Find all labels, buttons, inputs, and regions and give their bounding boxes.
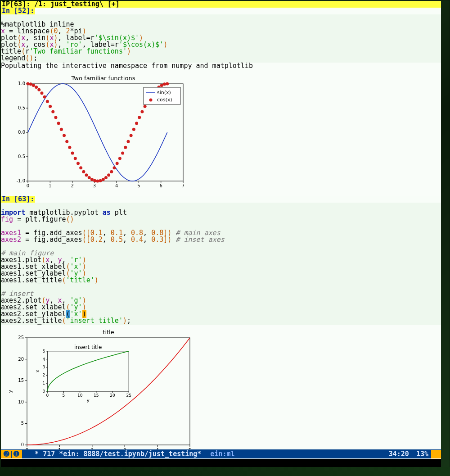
code-token[interactable]: 'Two familiar functions' (29, 47, 127, 55)
svg-text:10: 10 (77, 393, 83, 398)
svg-text:5: 5 (137, 183, 140, 188)
code-token[interactable]: 0.2 (90, 236, 103, 244)
svg-point-37 (49, 105, 52, 108)
svg-text:25: 25 (126, 393, 131, 398)
code-token[interactable]: ) (94, 276, 99, 284)
svg-point-47 (76, 162, 80, 165)
svg-point-56 (102, 178, 105, 181)
svg-text:3: 3 (43, 365, 45, 369)
code-token[interactable]: ) (123, 317, 127, 325)
svg-point-29 (27, 82, 30, 86)
code-token[interactable]: axes1.set_title (1, 276, 62, 284)
cell-prompt-63: In [63]: (1, 196, 35, 203)
notebook-buffer[interactable]: In [52]: %matplotlib inline x = linspace… (1, 8, 441, 464)
svg-text:25: 25 (18, 335, 24, 340)
svg-point-64 (124, 146, 127, 149)
code-token[interactable]: ] (163, 236, 167, 244)
code-token[interactable]: = (17, 215, 21, 223)
svg-text:Two familiar functions: Two familiar functions (71, 75, 135, 82)
status-end-block (431, 450, 441, 458)
code-token[interactable]: = (25, 236, 29, 244)
svg-text:10: 10 (18, 399, 24, 404)
svg-text:1: 1 (43, 381, 45, 385)
code-token[interactable]: , (103, 236, 111, 244)
svg-point-42 (63, 134, 66, 137)
code-token[interactable]: ) (163, 41, 167, 49)
code-token[interactable]: plt (111, 209, 127, 217)
code-token[interactable]: , (143, 236, 151, 244)
code-token[interactable]: , (123, 236, 131, 244)
svg-text:7: 7 (182, 183, 184, 188)
svg-point-79 (166, 82, 169, 86)
svg-point-34 (40, 91, 43, 95)
chart-title-inset: title0123450510152025xyinsert title05101… (5, 329, 194, 459)
code-token[interactable]: ( (62, 276, 66, 284)
svg-point-77 (160, 84, 163, 87)
code-token[interactable]: ( (82, 236, 86, 244)
svg-text:y: y (87, 398, 90, 403)
cell-input-63[interactable]: import matplotlib.pyplot as plt fig = pl… (1, 203, 441, 325)
svg-text:5: 5 (43, 349, 45, 354)
svg-text:y: y (7, 390, 13, 393)
svg-point-53 (93, 179, 96, 182)
svg-point-70 (140, 110, 144, 113)
code-token[interactable]: ; (127, 317, 131, 325)
svg-point-69 (138, 116, 141, 119)
svg-point-36 (46, 100, 49, 103)
cell-input-52[interactable]: %matplotlib inline x = linspace(0, 2*pi)… (1, 14, 441, 63)
svg-point-65 (126, 140, 130, 143)
code-token[interactable]: plt.figure (21, 215, 66, 223)
workspace-indicator[interactable]: ➋|➊ (1, 450, 22, 458)
svg-point-78 (163, 82, 166, 86)
code-token[interactable]: ) (127, 47, 131, 55)
svg-point-60 (112, 166, 116, 169)
code-token[interactable]: [ (86, 236, 90, 244)
code-token[interactable]: as (103, 209, 111, 217)
code-token[interactable]: 'title' (66, 276, 94, 284)
svg-point-66 (130, 134, 133, 137)
minibuffer[interactable] (1, 459, 441, 467)
code-token[interactable]: () (66, 215, 74, 223)
svg-point-44 (68, 146, 71, 149)
status-position: 34:20 (384, 450, 414, 458)
plot-2: title0123450510152025xyinsert title05101… (1, 325, 441, 464)
tab-bar[interactable]: IP[63]: /1: just_testing\ [+] (1, 1, 441, 8)
svg-rect-114 (47, 351, 129, 391)
svg-text:1: 1 (49, 183, 51, 188)
svg-point-46 (74, 157, 77, 160)
svg-text:3: 3 (93, 183, 96, 188)
svg-point-59 (110, 170, 113, 173)
svg-point-71 (144, 105, 147, 108)
svg-point-50 (85, 173, 88, 177)
svg-text:5: 5 (21, 421, 24, 426)
svg-text:insert title: insert title (74, 344, 102, 350)
code-token[interactable]: ; (33, 54, 37, 62)
svg-text:4: 4 (115, 183, 118, 188)
svg-point-61 (116, 162, 119, 165)
svg-text:0: 0 (21, 442, 24, 447)
svg-point-48 (79, 166, 82, 169)
code-token[interactable]: () (25, 54, 33, 62)
code-token[interactable]: # inset axes (171, 236, 224, 244)
code-token[interactable]: ( (62, 317, 66, 325)
code-token[interactable]: 'insert title' (66, 317, 123, 325)
mode-line[interactable]: ➋|➊ * 717 *ein: 8888/test.ipynb/just_tes… (1, 449, 441, 458)
svg-point-30 (29, 82, 32, 86)
code-token[interactable]: axes2.set_title (1, 317, 62, 325)
svg-point-57 (104, 176, 108, 179)
code-token[interactable]: legend (1, 54, 25, 62)
svg-text:15: 15 (94, 393, 99, 398)
svg-point-63 (121, 151, 124, 154)
svg-point-32 (35, 86, 38, 89)
code-token[interactable]: 0.3 (151, 236, 163, 244)
code-token[interactable]: fig.add_axes (29, 236, 82, 244)
code-token[interactable]: fig (1, 215, 17, 223)
code-token[interactable]: 0.5 (111, 236, 123, 244)
code-token[interactable]: 0.4 (131, 236, 143, 244)
svg-point-33 (37, 88, 40, 91)
svg-point-41 (60, 128, 63, 131)
svg-point-51 (88, 176, 91, 179)
code-token[interactable]: ) (167, 236, 171, 244)
code-token[interactable]: axes2 (1, 236, 25, 244)
chart-two-familiar-functions: Two familiar functions01234567-1.0-0.50.… (10, 74, 188, 191)
